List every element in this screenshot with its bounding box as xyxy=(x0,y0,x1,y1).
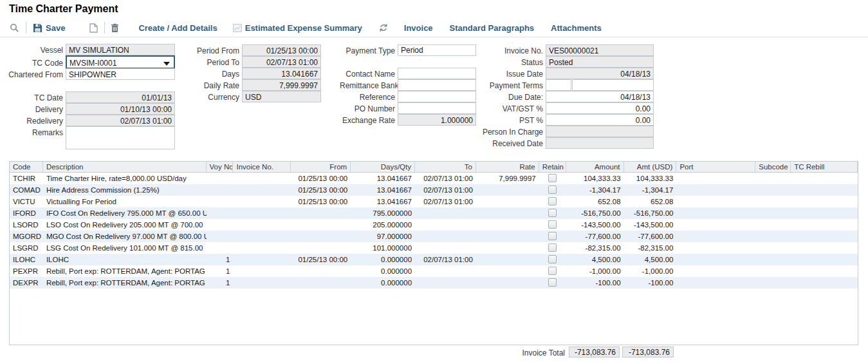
retain-checkbox[interactable] xyxy=(548,232,557,240)
invoice-no-row: Invoice No. VES00000021 xyxy=(479,44,654,56)
cell-rate xyxy=(476,196,539,207)
table-row[interactable]: IFORDIFO Cost On Redelivery 795.000 MT @… xyxy=(10,207,858,219)
cell-rate xyxy=(476,184,539,196)
payment-terms-desc-field[interactable] xyxy=(572,79,654,91)
toolbar: Save Create / Add Details Estimated Expe… xyxy=(0,20,602,35)
retain-checkbox[interactable] xyxy=(548,174,557,182)
remarks-field[interactable] xyxy=(66,126,175,149)
period-to-field: 02/07/13 01:00 xyxy=(242,56,321,68)
column-header-code[interactable]: Code xyxy=(10,162,43,172)
attachments-button[interactable]: Attachments xyxy=(551,23,602,33)
table-row[interactable]: PEXPRRebill, Port exp: ROTTERDAM, Agent:… xyxy=(10,265,858,277)
status-row: Status Posted xyxy=(479,56,654,68)
invoice-button[interactable]: Invoice xyxy=(404,23,433,33)
create-add-details-button[interactable]: Create / Add Details xyxy=(138,23,217,33)
cell-retain xyxy=(539,231,566,242)
payment-type-field[interactable] xyxy=(398,44,476,56)
standard-paragraphs-button[interactable]: Standard Paragraphs xyxy=(450,23,535,33)
payment-terms-row: Payment Terms xyxy=(479,79,654,91)
remittance-bank-field[interactable] xyxy=(398,79,476,91)
payment-terms-code-field[interactable] xyxy=(546,79,571,91)
cell-voy_no xyxy=(207,196,234,207)
cell-amt_usd: -100.00 xyxy=(624,277,677,289)
estimated-expense-summary-button[interactable]: Estimated Expense Summary xyxy=(233,23,362,33)
cell-from xyxy=(291,265,351,277)
new-document-button[interactable] xyxy=(89,23,98,33)
table-row[interactable]: MGORDMGO Cost On Redelivery 97.000 MT @ … xyxy=(10,231,858,242)
cell-subcode xyxy=(755,207,791,219)
cell-voy_no xyxy=(207,184,234,196)
reference-field[interactable] xyxy=(398,91,476,102)
cell-subcode xyxy=(755,265,791,277)
search-button[interactable] xyxy=(10,23,19,33)
column-header-to[interactable]: To xyxy=(415,162,476,172)
table-row[interactable]: DEXPRRebill, Port exp: ROTTERDAM, Agent:… xyxy=(10,277,858,289)
table-row[interactable]: VICTUVictualling For Period01/25/13 00:0… xyxy=(10,196,858,207)
vessel-field: MV SIMULATION xyxy=(66,44,175,55)
column-header-invoice_no[interactable]: Invoice No. xyxy=(233,162,291,172)
retain-checkbox[interactable] xyxy=(548,209,557,217)
cell-retain xyxy=(539,173,566,184)
period-from-field: 01/25/13 00:00 xyxy=(242,44,321,56)
contact-name-field[interactable] xyxy=(398,68,476,79)
search-icon xyxy=(10,23,19,33)
column-header-description[interactable]: Description xyxy=(43,162,207,172)
column-header-port[interactable]: Port xyxy=(676,162,755,172)
table-row[interactable]: COMADHire Address Commission (1.25%)01/2… xyxy=(10,184,858,196)
cell-amt_usd: 104,333.33 xyxy=(624,173,677,184)
column-header-from[interactable]: From xyxy=(291,162,351,172)
trash-icon xyxy=(111,23,119,33)
exchange-rate-field: 1.000000 xyxy=(398,114,476,126)
table-row[interactable]: TCHIRTime Charter Hire, rate=8,000.00 US… xyxy=(10,173,858,184)
retain-checkbox[interactable] xyxy=(548,197,557,205)
retain-checkbox[interactable] xyxy=(548,278,557,287)
cell-description: Hire Address Commission (1.25%) xyxy=(43,184,207,196)
cell-to: 02/07/13 01:00 xyxy=(415,196,476,207)
cell-retain xyxy=(539,277,566,289)
refresh-button[interactable] xyxy=(379,23,388,32)
retain-checkbox[interactable] xyxy=(548,186,557,194)
column-header-subcode[interactable]: Subcode xyxy=(755,162,791,172)
save-button[interactable]: Save xyxy=(33,23,65,33)
toolbar-divider xyxy=(104,22,105,33)
cell-port xyxy=(676,265,755,277)
retain-checkbox[interactable] xyxy=(548,267,557,275)
table-row[interactable]: LSORDLSO Cost On Redelivery 205.000 MT @… xyxy=(10,219,858,231)
cell-amt_usd: -82,315.00 xyxy=(624,242,677,254)
currency-field: USD xyxy=(242,91,321,102)
column-header-voy_no[interactable]: Voy No. xyxy=(207,162,234,172)
cell-to: 02/07/13 01:00 xyxy=(415,184,476,196)
cell-code: ILOHC xyxy=(10,254,43,265)
due-date-field[interactable]: 04/18/13 xyxy=(546,91,654,102)
po-number-field[interactable] xyxy=(398,102,476,114)
retain-checkbox[interactable] xyxy=(548,243,557,252)
tc-code-dropdown[interactable]: MVSIM-I0001 xyxy=(66,55,175,69)
column-header-amt_usd[interactable]: Amt (USD) xyxy=(624,162,677,172)
retain-checkbox[interactable] xyxy=(548,255,557,263)
cell-code: IFORD xyxy=(10,207,43,219)
cell-tc_rebill xyxy=(791,265,858,277)
column-header-days_qty[interactable]: Days/Qty xyxy=(351,162,415,172)
issue-date-field: 04/18/13 xyxy=(546,68,654,79)
retain-checkbox[interactable] xyxy=(548,220,557,229)
column-header-amount[interactable]: Amount xyxy=(566,162,624,172)
cell-code: MGORD xyxy=(10,231,43,242)
cell-invoice_no xyxy=(233,184,291,196)
payment-terms-label: Payment Terms xyxy=(479,79,543,90)
table-row[interactable]: LSGRDLSG Cost On Redelivery 101.000 MT @… xyxy=(10,242,858,254)
invoice-total-label: Invoice Total xyxy=(488,348,565,357)
column-header-tc_rebill[interactable]: TC Rebill xyxy=(791,162,858,172)
issue-date-label: Issue Date xyxy=(479,68,543,79)
delete-button[interactable] xyxy=(111,23,119,33)
cell-days_qty: 13.041667 xyxy=(351,173,415,184)
table-row[interactable]: ILOHCILOHC101/25/13 00:000.00000002/07/1… xyxy=(10,254,858,265)
cell-retain xyxy=(539,242,566,254)
pst-field[interactable]: 0.00 xyxy=(546,114,654,126)
cell-retain xyxy=(539,207,566,219)
page-title: Time Charter Payment xyxy=(9,3,118,15)
vat-gst-field[interactable]: 0.00 xyxy=(546,102,654,114)
cell-days_qty: 795.000000 xyxy=(351,207,415,219)
column-header-rate[interactable]: Rate xyxy=(476,162,539,172)
cell-days_qty: 13.041667 xyxy=(351,196,415,207)
column-header-retain[interactable]: Retain xyxy=(539,162,566,172)
